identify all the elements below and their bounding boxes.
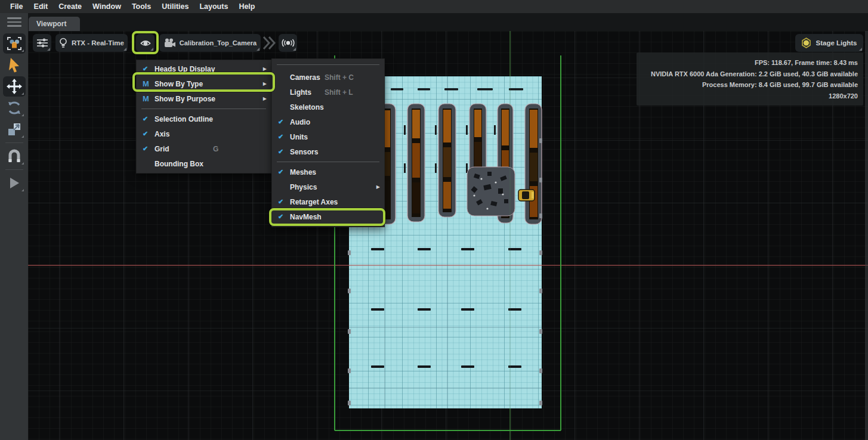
- hud-gpu: NVIDIA RTX 6000 Ada Generation: 2.2 GiB …: [642, 69, 858, 80]
- menu-item-navmesh[interactable]: ✔ NavMesh: [272, 209, 384, 224]
- pallet-staging-area: [467, 167, 515, 216]
- camera-label: Calibration_Top_Camera: [180, 39, 257, 47]
- check-icon: ✔: [143, 65, 155, 73]
- check-icon: ✔: [278, 213, 290, 221]
- menu-layouts[interactable]: Layouts: [194, 2, 233, 11]
- show-by-type-submenu: Cameras Shift + C Lights Shift + L Skele…: [271, 58, 385, 227]
- menu-item-selection-outline[interactable]: ✔ Selection Outline: [137, 111, 271, 126]
- menu-file[interactable]: File: [5, 2, 29, 11]
- shelf-rack: [525, 104, 542, 224]
- play-icon: [7, 176, 21, 190]
- hud-fps: FPS: 118.67, Frame time: 8.43 ms: [642, 57, 858, 69]
- tab-viewport[interactable]: Viewport: [29, 17, 80, 31]
- check-icon: ✔: [278, 148, 290, 156]
- scale-icon: [7, 122, 22, 137]
- menu-item-sensors[interactable]: ✔ Sensors: [272, 144, 384, 159]
- menu-item-bounding-box[interactable]: Bounding Box: [137, 156, 271, 171]
- rotate-icon: [6, 100, 23, 116]
- camera-selector-button[interactable]: Calibration_Top_Camera: [159, 34, 261, 52]
- hud-memory: Process Memory: 8.4 GiB used, 99.7 GiB a…: [642, 79, 858, 91]
- menu-item-label: Grid: [155, 145, 169, 153]
- tab-bar: Viewport: [28, 13, 868, 31]
- submenu-arrow-icon: ▶: [263, 96, 267, 101]
- menu-item-label: Bounding Box: [155, 160, 203, 168]
- menu-item-label: Skeletons: [290, 103, 324, 111]
- select-tool-button[interactable]: [3, 55, 26, 75]
- shelf-rack: [469, 104, 486, 176]
- check-icon: ✔: [278, 168, 290, 176]
- menu-item-skeletons[interactable]: Skeletons: [272, 100, 384, 114]
- menu-item-label: Meshes: [290, 168, 316, 176]
- menu-item-physics[interactable]: Physics ▶: [272, 179, 384, 194]
- menu-create[interactable]: Create: [53, 2, 87, 11]
- menu-item-shortcut: Shift + C: [325, 73, 354, 82]
- selection-mode-button[interactable]: [3, 33, 26, 54]
- viewport-panel: RTX - Real-Time Calibration_Top_Camera: [28, 31, 868, 440]
- stage-light-icon: [801, 38, 811, 48]
- renderer-label: RTX - Real-Time: [72, 39, 124, 47]
- check-icon: ✔: [143, 115, 155, 123]
- rotate-tool-button[interactable]: [3, 98, 26, 118]
- viewport-scrollbar[interactable]: [865, 31, 868, 440]
- menu-help[interactable]: Help: [233, 2, 260, 11]
- menu-item-label: Units: [290, 133, 308, 141]
- menu-item-show-by-type[interactable]: M Show By Type ▶: [137, 76, 271, 91]
- toolbar-handle-icon[interactable]: [7, 17, 21, 27]
- menu-window[interactable]: Window: [87, 2, 126, 11]
- play-button[interactable]: [3, 173, 26, 193]
- menu-item-label: Lights: [290, 88, 311, 97]
- menu-item-label: Sensors: [290, 148, 318, 156]
- menu-item-cameras[interactable]: Cameras Shift + C: [272, 70, 384, 85]
- menu-item-units[interactable]: ✔ Units: [272, 129, 384, 144]
- menu-item-retarget-axes[interactable]: ✔ Retarget Axes: [272, 194, 384, 209]
- menu-item-heads-up-display[interactable]: ✔ Heads Up Display ▶: [137, 61, 271, 76]
- viewport-settings-button[interactable]: [33, 34, 51, 52]
- snap-tool-button[interactable]: [3, 146, 26, 166]
- eye-icon: [140, 38, 152, 48]
- stage-lights-label: Stage Lights: [816, 39, 857, 47]
- display-options-menu: ✔ Heads Up Display ▶ M Show By Type ▶ M …: [136, 60, 271, 173]
- omniverse-window: File Edit Create Window Tools Utilities …: [0, 0, 868, 440]
- toolbar-expand-chevron-icon[interactable]: [262, 35, 276, 51]
- menu-item-shortcut: Shift + L: [325, 88, 353, 97]
- check-icon: ✔: [143, 130, 155, 138]
- menu-item-label: Heads Up Display: [155, 65, 215, 73]
- hud-stats-panel: FPS: 118.67, Frame time: 8.43 ms NVIDIA …: [637, 52, 863, 106]
- menu-utilities[interactable]: Utilities: [156, 2, 194, 11]
- renderer-selector-button[interactable]: RTX - Real-Time: [55, 34, 128, 52]
- display-options-button[interactable]: [136, 34, 155, 52]
- warehouse-robot: [518, 190, 535, 201]
- menu-item-label: Cameras: [290, 73, 320, 82]
- menu-separator: [277, 162, 379, 162]
- stage-lights-button[interactable]: Stage Lights: [795, 34, 863, 52]
- lightbulb-icon: [59, 38, 67, 48]
- check-icon: ✔: [143, 145, 155, 153]
- menu-item-label: NavMesh: [290, 213, 322, 221]
- menu-separator: [141, 109, 266, 109]
- scale-tool-button[interactable]: [3, 119, 26, 140]
- menu-tools[interactable]: Tools: [126, 2, 156, 11]
- menu-item-audio[interactable]: ✔ Audio: [272, 114, 384, 129]
- tab-viewport-label: Viewport: [36, 20, 66, 28]
- video-camera-icon: [163, 38, 175, 48]
- mixed-state-icon: M: [143, 79, 155, 88]
- menu-item-label: Audio: [290, 118, 310, 126]
- check-icon: ✔: [278, 118, 290, 126]
- submenu-arrow-icon: ▶: [376, 184, 380, 190]
- magnet-icon: [7, 148, 22, 164]
- menu-item-grid[interactable]: ✔ Grid G: [137, 141, 271, 156]
- cursor-icon: [7, 57, 22, 73]
- submenu-arrow-icon: ▶: [263, 81, 267, 86]
- audio-settings-button[interactable]: [279, 34, 297, 52]
- menu-item-meshes[interactable]: ✔ Meshes: [272, 165, 384, 179]
- menu-item-show-by-purpose[interactable]: M Show By Purpose ▶: [137, 91, 271, 106]
- move-tool-button[interactable]: [3, 76, 26, 97]
- menu-item-axis[interactable]: ✔ Axis: [137, 126, 271, 141]
- menu-bar: File Edit Create Window Tools Utilities …: [0, 0, 868, 13]
- menu-edit[interactable]: Edit: [29, 2, 54, 11]
- menu-item-label: Physics: [290, 183, 317, 191]
- menu-item-label: Retarget Axes: [290, 198, 338, 206]
- menu-item-label: Axis: [155, 130, 169, 138]
- menu-item-lights[interactable]: Lights Shift + L: [272, 85, 384, 100]
- selection-mode-icon: [6, 35, 23, 52]
